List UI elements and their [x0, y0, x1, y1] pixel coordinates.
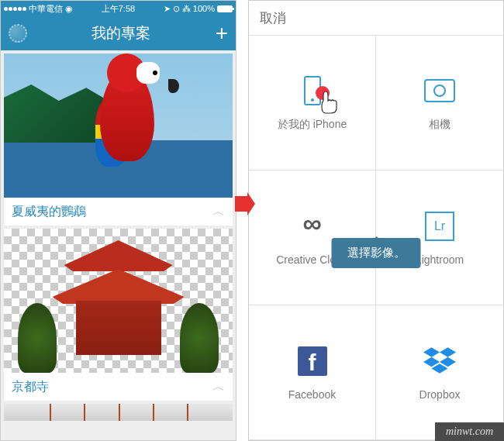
facebook-icon: f: [296, 345, 329, 377]
source-camera[interactable]: 相機: [376, 36, 503, 171]
project-title: 京都寺: [12, 379, 49, 395]
svg-marker-2: [440, 347, 456, 357]
dropbox-icon: [423, 345, 456, 377]
chevron-up-icon[interactable]: ︿: [212, 204, 225, 220]
source-dropbox[interactable]: Dropbox: [376, 305, 503, 440]
alarm-icon: ⊙: [173, 4, 180, 14]
battery-icon: [217, 5, 233, 12]
title-bar: 我的專案 +: [1, 16, 236, 50]
source-label: 於我的 iPhone: [278, 118, 347, 132]
project-thumbnail[interactable]: [4, 53, 233, 198]
projects-screen: 中華電信 ◉ 上午7:58 ➤ ⊙ ⁂ 100% 我的專案 +: [0, 0, 236, 441]
signal-icon: [4, 7, 26, 11]
status-bar: 中華電信 ◉ 上午7:58 ➤ ⊙ ⁂ 100%: [1, 1, 236, 16]
cancel-bar: 取消: [249, 1, 503, 36]
wifi-icon: ◉: [65, 4, 73, 14]
svg-marker-0: [235, 192, 255, 215]
add-project-button[interactable]: +: [216, 21, 228, 46]
source-label: 相機: [429, 118, 450, 132]
tooltip-select-image: 選擇影像。: [332, 238, 421, 268]
battery-pct: 100%: [193, 4, 215, 13]
watermark: minwt.com: [435, 422, 504, 441]
project-thumbnail[interactable]: [4, 229, 233, 373]
source-on-my-iphone[interactable]: 於我的 iPhone: [249, 36, 376, 171]
project-card[interactable]: 夏威夷的鸚鵡 ︿: [4, 53, 233, 226]
svg-marker-1: [423, 347, 440, 357]
project-card[interactable]: 京都寺 ︿: [4, 229, 233, 401]
source-label: Facebook: [288, 388, 336, 401]
location-icon: ➤: [164, 4, 171, 14]
project-card[interactable]: [4, 404, 233, 421]
source-label: Lightroom: [416, 253, 464, 266]
bluetooth-icon: ⁂: [182, 4, 191, 14]
image-source-picker: 取消 於我的 iPhone 相機 Creative Cloud Lr: [248, 0, 504, 441]
creative-cloud-icon: [296, 210, 329, 243]
source-label: Dropbox: [419, 388, 461, 401]
arrow-right-icon: [235, 192, 255, 215]
camera-icon: [423, 74, 456, 107]
project-thumbnail[interactable]: [4, 404, 233, 421]
project-list[interactable]: 夏威夷的鸚鵡 ︿ 京都寺 ︿: [1, 50, 236, 440]
phone-icon: [296, 74, 329, 107]
clock: 上午7:58: [102, 3, 135, 15]
app-logo-icon[interactable]: [9, 24, 27, 43]
source-facebook[interactable]: f Facebook: [249, 305, 376, 440]
project-title: 夏威夷的鸚鵡: [12, 204, 86, 220]
carrier-label: 中華電信: [29, 3, 63, 15]
chevron-up-icon[interactable]: ︿: [212, 379, 225, 395]
page-title: 我的專案: [91, 23, 150, 43]
lightroom-icon: Lr: [423, 210, 456, 243]
cancel-button[interactable]: 取消: [260, 9, 286, 27]
